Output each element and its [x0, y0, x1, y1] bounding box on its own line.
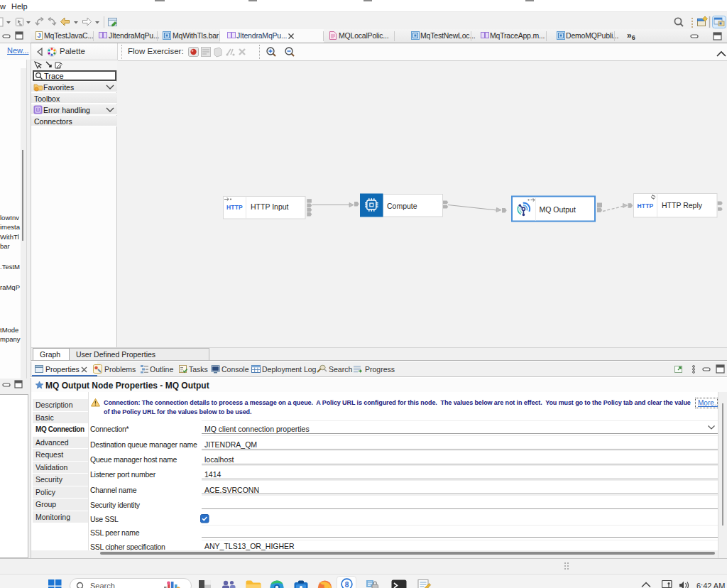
svg-text:J: J [37, 32, 40, 39]
svg-text:8: 8 [345, 581, 349, 588]
svg-text:HTTP: HTTP [638, 202, 654, 209]
svg-text:Compute: Compute [387, 202, 417, 210]
svg-text:HTTP Input: HTTP Input [251, 202, 289, 211]
svg-text:HTTP Reply: HTTP Reply [662, 201, 703, 209]
svg-text:MQ Output: MQ Output [540, 205, 576, 214]
svg-text:HTTP: HTTP [226, 204, 243, 211]
